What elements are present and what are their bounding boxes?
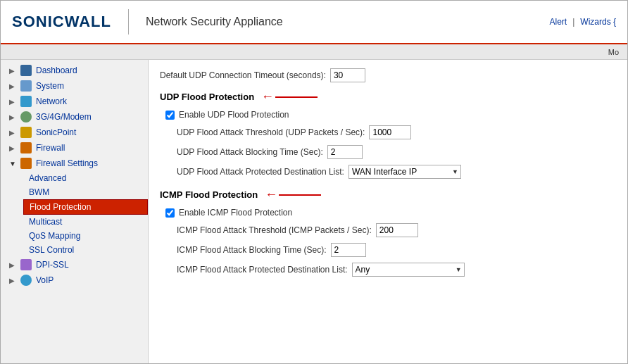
voip-icon	[20, 275, 32, 286]
expand-arrow-sonicpoint: ▶	[9, 129, 16, 137]
icmp-enable-label: Enable ICMP Flood Protection	[179, 208, 292, 218]
icmp-blocking-label: ICMP Flood Attack Blocking Time (Sec):	[177, 245, 327, 255]
expand-arrow-dashboard: ▶	[9, 67, 16, 75]
sidebar-label-dashboard: Dashboard	[36, 65, 77, 75]
expand-arrow-network: ▶	[9, 98, 16, 106]
sidebar-item-system[interactable]: ▶ System	[1, 78, 148, 94]
icmp-dest-list-select-wrapper: Any WAN Interface IP Custom	[352, 263, 465, 277]
content: Default UDP Connection Timeout (seconds)…	[149, 60, 627, 363]
udp-blocking-label: UDP Flood Attack Blocking Time (Sec):	[177, 147, 323, 157]
sidebar-label-qos-mapping: QoS Mapping	[29, 231, 80, 241]
udp-section-heading: UDP Flood Protection ←	[160, 89, 616, 104]
main-area: ▶ Dashboard ▶ System ▶ Network ▶ 3G/4G/M…	[1, 60, 627, 363]
header: SONICWALL Network Security Appliance Ale…	[1, 1, 627, 44]
top-bar-text: Mo	[608, 48, 619, 56]
logo: SONICWALL	[12, 13, 111, 31]
sidebar-item-modem[interactable]: ▶ 3G/4G/Modem	[1, 109, 148, 125]
icmp-section-heading: ICMP Flood Protection ←	[160, 187, 616, 202]
modem-icon	[20, 111, 32, 123]
icmp-enable-row: Enable ICMP Flood Protection	[165, 208, 616, 218]
sidebar-item-flood-protection[interactable]: Flood Protection	[23, 199, 148, 215]
icmp-heading-text: ICMP Flood Protection	[160, 189, 258, 200]
sidebar-label-ssl-control: SSL Control	[29, 245, 74, 255]
dpissl-icon	[20, 259, 32, 270]
sidebar-label-multicast: Multicast	[29, 217, 62, 227]
udp-blocking-input[interactable]	[327, 145, 363, 159]
sidebar-item-bwm[interactable]: BWM	[23, 185, 148, 199]
system-icon	[20, 80, 32, 92]
icmp-blocking-row: ICMP Flood Attack Blocking Time (Sec):	[177, 243, 616, 257]
expand-arrow-modem: ▶	[9, 113, 16, 121]
icmp-threshold-row: ICMP Flood Attack Threshold (ICMP Packet…	[177, 223, 616, 237]
udp-threshold-input[interactable]	[369, 125, 411, 139]
network-icon	[20, 96, 32, 107]
sidebar-sub-fw-settings: Advanced BWM Flood Protection Multicast …	[1, 171, 148, 257]
firewall-icon	[20, 142, 32, 153]
icmp-blocking-input[interactable]	[331, 243, 366, 257]
sidebar-label-modem: 3G/4G/Modem	[36, 112, 92, 122]
sidebar-label-sonicpoint: SonicPoint	[36, 127, 76, 137]
icmp-threshold-input[interactable]	[376, 223, 418, 237]
udp-arrow-line	[275, 96, 318, 98]
icmp-arrow-line	[279, 194, 321, 196]
sidebar-label-network: Network	[36, 96, 67, 106]
sidebar-item-voip[interactable]: ▶ VoIP	[1, 272, 148, 288]
expand-arrow-fw-settings: ▼	[9, 160, 16, 168]
udp-timeout-label: Default UDP Connection Timeout (seconds)…	[160, 70, 326, 80]
fw-settings-icon	[20, 158, 32, 169]
sidebar-item-network[interactable]: ▶ Network	[1, 94, 148, 109]
udp-dest-list-label: UDP Flood Attack Protected Destination L…	[177, 167, 344, 177]
icmp-enable-checkbox[interactable]	[165, 208, 175, 218]
sidebar-label-dpissl: DPI-SSL	[36, 260, 69, 270]
top-bar: Mo	[1, 44, 627, 60]
app-title: Network Security Appliance	[146, 15, 283, 28]
udp-blocking-row: UDP Flood Attack Blocking Time (Sec):	[177, 145, 616, 159]
udp-heading-text: UDP Flood Protection	[160, 92, 254, 102]
sidebar-label-voip: VoIP	[36, 275, 54, 285]
icmp-dest-list-label: ICMP Flood Attack Protected Destination …	[177, 265, 348, 275]
icmp-dest-list-row: ICMP Flood Attack Protected Destination …	[177, 263, 616, 277]
wizards-link[interactable]: Wizards {	[580, 17, 616, 27]
udp-dest-list-select[interactable]: WAN Interface IP Any Custom	[348, 165, 461, 179]
sidebar-label-bwm: BWM	[29, 187, 49, 197]
sonicpoint-icon	[20, 127, 32, 138]
sidebar-label-system: System	[36, 81, 64, 91]
udp-dest-list-select-wrapper: WAN Interface IP Any Custom	[348, 165, 461, 179]
header-links: Alert | Wizards {	[550, 17, 617, 27]
sidebar-item-firewall-settings[interactable]: ▼ Firewall Settings	[1, 156, 148, 171]
expand-arrow-firewall: ▶	[9, 144, 16, 152]
sidebar-label-flood-protection: Flood Protection	[30, 202, 91, 212]
icmp-dest-list-select[interactable]: Any WAN Interface IP Custom	[352, 263, 465, 277]
logo-area: SONICWALL Network Security Appliance	[12, 9, 283, 34]
udp-timeout-input[interactable]	[330, 68, 365, 82]
default-udp-timeout-row: Default UDP Connection Timeout (seconds)…	[160, 68, 616, 82]
sidebar-item-qos-mapping[interactable]: QoS Mapping	[23, 229, 148, 243]
pipe-separator: |	[572, 17, 574, 27]
expand-arrow-voip: ▶	[9, 277, 16, 284]
icmp-threshold-label: ICMP Flood Attack Threshold (ICMP Packet…	[177, 225, 372, 235]
sidebar-item-sonicpoint[interactable]: ▶ SonicPoint	[1, 125, 148, 140]
expand-arrow-dpissl: ▶	[9, 261, 16, 269]
udp-red-arrow: ←	[261, 89, 274, 104]
sidebar-item-advanced[interactable]: Advanced	[23, 171, 148, 185]
udp-enable-label: Enable UDP Flood Protection	[179, 110, 289, 120]
sidebar: ▶ Dashboard ▶ System ▶ Network ▶ 3G/4G/M…	[1, 60, 149, 363]
expand-arrow-system: ▶	[9, 82, 16, 90]
dashboard-icon	[20, 65, 32, 76]
alert-link[interactable]: Alert	[550, 17, 567, 27]
icmp-red-arrow: ←	[265, 187, 277, 202]
udp-dest-list-row: UDP Flood Attack Protected Destination L…	[177, 165, 616, 179]
logo-divider	[128, 9, 129, 34]
udp-enable-row: Enable UDP Flood Protection	[165, 110, 616, 120]
udp-threshold-row: UDP Flood Attack Threshold (UDP Packets …	[177, 125, 616, 139]
sidebar-item-firewall[interactable]: ▶ Firewall	[1, 140, 148, 156]
sidebar-label-advanced: Advanced	[29, 173, 66, 183]
sidebar-item-multicast[interactable]: Multicast	[23, 215, 148, 229]
udp-enable-checkbox[interactable]	[165, 111, 175, 120]
sidebar-item-dpissl[interactable]: ▶ DPI-SSL	[1, 257, 148, 272]
sidebar-item-ssl-control[interactable]: SSL Control	[23, 243, 148, 257]
sidebar-label-fw-settings: Firewall Settings	[36, 158, 98, 168]
sidebar-label-firewall: Firewall	[36, 143, 65, 153]
sidebar-item-dashboard[interactable]: ▶ Dashboard	[1, 63, 148, 78]
udp-threshold-label: UDP Flood Attack Threshold (UDP Packets …	[177, 127, 365, 137]
